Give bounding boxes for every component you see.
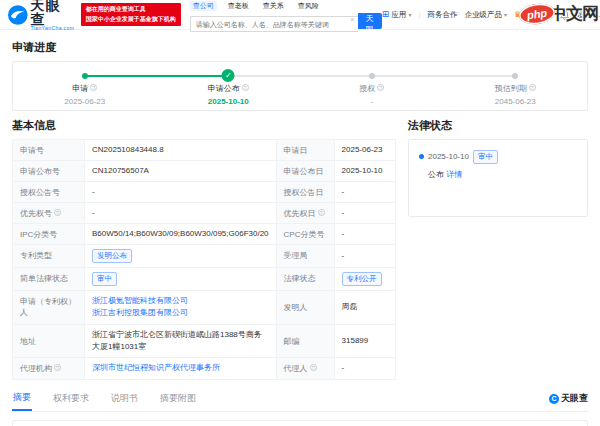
field-label: IPC分类号	[13, 224, 85, 245]
field-label: CPC分类号	[276, 224, 334, 245]
legal-detail-link[interactable]: 详情	[446, 170, 462, 179]
tianyancha-logo-icon	[8, 5, 28, 25]
field-value: -	[334, 358, 395, 380]
legal-status-card: 2025-10-10 审中 公布 详情	[408, 139, 588, 217]
info-icon[interactable]: ?	[54, 209, 61, 216]
info-icon[interactable]: ?	[310, 364, 317, 371]
table-row: 地址 浙江省宁波市北仑区新碶街道岷山路1388号商务大厦1幢1031室 邮编 3…	[13, 325, 396, 358]
field-value: -	[334, 182, 395, 203]
php-cn-watermark: php 中文网	[519, 2, 598, 25]
step-publication: ✓ 申请公布? 2025-10-10	[157, 62, 301, 110]
main-content: 申请进度 申请? 2025-06-23 ✓ 申请公布? 2025-10-10 授…	[0, 30, 600, 426]
tab-abstract-figure[interactable]: 摘要附图	[159, 388, 197, 410]
search-tab-relation[interactable]: 查关系	[260, 1, 287, 11]
table-row: 代理机构? 深圳市世纪恒程知识产权代理事务所 代理人? -	[13, 358, 396, 380]
info-icon[interactable]: ?	[529, 84, 536, 91]
field-label: 申请公布号	[13, 161, 85, 182]
search-tab-company[interactable]: 查公司	[190, 1, 217, 11]
field-value: 2025-06-23	[334, 140, 395, 161]
field-label: 受理局	[276, 245, 334, 268]
step-label: 授权	[359, 84, 375, 93]
abstract-text: 本申请公开了一种车辆辅助驾驶方法、车辆、介质及产品，涉及车辆技术领域，方法包括：…	[12, 420, 588, 426]
nav-apps[interactable]: ⊞ 应用 ▾	[382, 9, 412, 20]
legal-event-tag: 审中	[473, 150, 498, 164]
info-icon[interactable]: ?	[54, 364, 61, 371]
applicant-link[interactable]: 浙江吉利控股集团有限公司	[92, 307, 269, 320]
search-tab-risk[interactable]: 查风险	[295, 1, 322, 11]
applicant-link[interactable]: 浙江极氪智能科技有限公司	[92, 295, 269, 308]
field-label: 发明人	[276, 290, 334, 325]
promo-line2: 国家中小企业发展子基金旗下机构	[86, 15, 176, 25]
step-date: 2025-06-23	[13, 97, 157, 106]
field-value: -	[334, 203, 395, 224]
nav-business-coop[interactable]: 商务合作	[427, 10, 457, 20]
tianyancha-logo[interactable]: 天眼查 TianYanCha.com	[8, 0, 75, 31]
field-value: -	[334, 245, 395, 268]
document-tabs: 摘要 权利要求 说明书 摘要附图 C 天眼查	[12, 387, 588, 412]
legal-event-date: 2025-10-10	[428, 152, 469, 161]
search-tabs: 查公司 查老板 查关系 查风险	[190, 1, 382, 11]
search-tab-boss[interactable]: 查老板	[225, 1, 252, 11]
field-label: 授权公告号	[13, 182, 85, 203]
legal-status-tag[interactable]: 专利公开	[342, 272, 382, 286]
field-value: B60W50/14;B60W30/09;B60W30/095;G06F30/20	[85, 224, 277, 245]
agency-link[interactable]: 深圳市世纪恒程知识产权代理事务所	[92, 363, 220, 372]
field-value: -	[85, 182, 277, 203]
step-date: 2025-10-10	[157, 97, 301, 106]
basic-info-title: 基本信息	[12, 118, 396, 133]
address-value: 浙江省宁波市北仑区新碶街道岷山路1388号商务大厦1幢1031室	[85, 325, 277, 358]
watermark-text: 中文网	[550, 2, 598, 25]
step-dot-pending-icon	[369, 73, 375, 79]
field-value: -	[334, 224, 395, 245]
search-block: 查公司 查老板 查关系 查风险 × 天眼一下	[190, 1, 382, 29]
application-progress-timeline: 申请? 2025-06-23 ✓ 申请公布? 2025-10-10 授权? - …	[12, 61, 588, 111]
step-date: -	[300, 97, 444, 106]
info-icon[interactable]: ?	[90, 84, 97, 91]
legal-status-title: 法律状态	[408, 118, 588, 133]
patent-type-tag[interactable]: 发明公布	[92, 249, 132, 263]
step-label: 申请公布	[208, 84, 240, 93]
simple-legal-status-tag[interactable]: 审中	[92, 272, 117, 286]
field-label: 简单法律状态	[13, 267, 85, 290]
field-label: 专利类型	[13, 245, 85, 268]
inventor-value: 周磊	[334, 290, 395, 325]
table-row: 简单法律状态 审中 法律状态 专利公开	[13, 267, 396, 290]
field-label: 申请（专利权）人	[13, 290, 85, 325]
field-label: 申请公布日	[276, 161, 334, 182]
table-row: IPC分类号 B60W50/14;B60W30/09;B60W30/095;G0…	[13, 224, 396, 245]
search-input[interactable]	[190, 16, 358, 32]
tab-description[interactable]: 说明书	[110, 388, 139, 410]
table-row: 专利类型 发明公布 受理局 -	[13, 245, 396, 268]
field-value: 2025-10-10	[334, 161, 395, 182]
field-label: 地址	[13, 325, 85, 358]
step-application: 申请? 2025-06-23	[13, 62, 157, 110]
search-button[interactable]: 天眼一下	[358, 13, 382, 29]
info-icon[interactable]: ?	[318, 209, 325, 216]
progress-section-title: 申请进度	[12, 40, 588, 55]
legal-event-name: 公布	[428, 170, 444, 179]
info-icon[interactable]: ?	[377, 84, 384, 91]
promo-line1: 都在用的商业查询工具	[86, 5, 176, 15]
tab-claims[interactable]: 权利要求	[52, 388, 90, 410]
promo-banner: 都在用的商业查询工具 国家中小企业发展子基金旗下机构	[81, 3, 181, 26]
top-header: 天眼查 TianYanCha.com 都在用的商业查询工具 国家中小企业发展子基…	[0, 0, 600, 30]
step-label: 申请	[72, 84, 88, 93]
zipcode-value: 315899	[334, 325, 395, 358]
nav-enterprise-products[interactable]: 企业级产品 ▾	[464, 10, 507, 20]
tab-abstract[interactable]: 摘要	[12, 387, 32, 411]
field-value: CN202510843448.8	[85, 140, 277, 161]
field-label: 授权公告日	[276, 182, 334, 203]
step-dot-done-icon	[82, 73, 88, 79]
timeline-dot-icon	[419, 154, 424, 159]
tianyancha-brand-icon: C	[549, 394, 559, 404]
info-icon[interactable]: ?	[242, 84, 249, 91]
field-label: 法律状态	[276, 267, 334, 290]
table-row: 授权公告号 - 授权公告日 -	[13, 182, 396, 203]
step-check-icon: ✓	[222, 69, 235, 82]
table-row: 优先权号? - 优先权日? -	[13, 203, 396, 224]
field-label: 申请号	[13, 140, 85, 161]
clear-icon[interactable]: ×	[350, 15, 355, 24]
table-row: 申请号 CN202510843448.8 申请日 2025-06-23	[13, 140, 396, 161]
field-label: 优先权日	[284, 209, 316, 218]
chevron-down-icon: ▾	[408, 12, 411, 18]
